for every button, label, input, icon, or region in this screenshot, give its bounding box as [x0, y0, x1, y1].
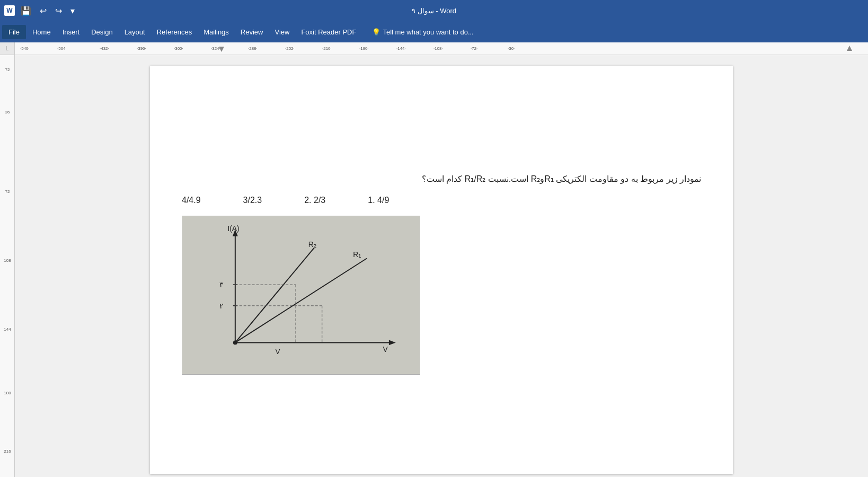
svg-text:·72·: ·72· [471, 46, 477, 51]
title-bar: W 💾 ↩ ↪ ▾ سوال ۹ - Word [0, 0, 868, 21]
menu-item-mailings[interactable]: Mailings [198, 25, 234, 39]
svg-text:V: V [276, 348, 280, 356]
menu-item-home[interactable]: Home [27, 25, 56, 39]
svg-text:216: 216 [4, 449, 11, 454]
svg-text:۳: ۳ [219, 280, 224, 289]
ruler: L ·540· ·504· ·432· ·396· ·360· ·324· ·2… [0, 42, 868, 55]
ruler-main: ·540· ·504· ·432· ·396· ·360· ·324· ·288… [15, 42, 868, 55]
menu-item-foxit[interactable]: Foxit Reader PDF [296, 25, 361, 39]
menu-item-references[interactable]: References [152, 25, 197, 39]
lightbulb-icon: 💡 [372, 28, 380, 36]
undo-button[interactable]: ↩ [37, 5, 49, 17]
svg-text:·432·: ·432· [100, 46, 109, 51]
svg-marker-15 [847, 46, 852, 51]
svg-text:·216·: ·216· [322, 46, 332, 51]
svg-text:·36·: ·36· [508, 46, 515, 51]
svg-text:V: V [383, 345, 388, 354]
menu-bar: File Home Insert Design Layout Reference… [0, 21, 868, 42]
svg-text:·396·: ·396· [137, 46, 146, 51]
vertical-ruler: 72 36 72 108 144 180 216 [0, 55, 15, 477]
option-4: 4/4.9 [182, 196, 201, 205]
svg-text:72: 72 [5, 67, 10, 72]
svg-text:·288·: ·288· [248, 46, 258, 51]
menu-item-file[interactable]: File [2, 25, 26, 39]
svg-text:180: 180 [4, 391, 11, 395]
diagram-container: I(A) V ۳ ۲ [182, 216, 701, 375]
svg-text:·360·: ·360· [174, 46, 183, 51]
save-button[interactable]: 💾 [18, 5, 34, 17]
svg-text:·504·: ·504· [57, 46, 67, 51]
tell-me-text: Tell me what you want to do... [383, 28, 473, 36]
menu-item-view[interactable]: View [269, 25, 295, 39]
menu-item-layout[interactable]: Layout [119, 25, 150, 39]
option-1: 4/9 .1 [368, 196, 389, 205]
option-3: 3/2.3 [243, 196, 262, 205]
svg-text:144: 144 [4, 327, 11, 332]
word-icon: W [4, 5, 15, 16]
svg-text:۲: ۲ [219, 302, 224, 310]
document-title: سوال ۹ - Word [412, 7, 456, 15]
title-bar-left: W 💾 ↩ ↪ ▾ [4, 5, 77, 17]
svg-text:·540·: ·540· [20, 46, 30, 51]
main-area: 72 36 72 108 144 180 216 نمودار زیر مربو… [0, 55, 868, 477]
svg-text:I(A): I(A) [227, 224, 239, 233]
option-2: 2/3 .2 [304, 196, 325, 205]
redo-button[interactable]: ↪ [52, 5, 65, 17]
svg-text:·324·: ·324· [211, 46, 220, 51]
tell-me-input[interactable]: 💡 Tell me what you want to do... [368, 26, 477, 38]
question-label: نمودار زیر مربوط به دو مقاومت الکتریکی R… [422, 174, 701, 183]
svg-text:72: 72 [5, 189, 10, 194]
svg-text:·252·: ·252· [285, 46, 295, 51]
svg-text:·144·: ·144· [396, 46, 406, 51]
menu-item-insert[interactable]: Insert [57, 25, 85, 39]
question-section: نمودار زیر مربوط به دو مقاومت الکتریکی R… [182, 172, 701, 375]
options-row: 4/4.9 3/2.3 2/3 .2 4/9 .1 [182, 196, 701, 205]
page: نمودار زیر مربوط به دو مقاومت الکتریکی R… [150, 66, 733, 474]
document-area[interactable]: نمودار زیر مربوط به دو مقاومت الکتریکی R… [15, 55, 868, 477]
menu-item-review[interactable]: Review [235, 25, 269, 39]
menu-item-design[interactable]: Design [86, 25, 118, 39]
svg-text:·108·: ·108· [433, 46, 443, 51]
question-text: نمودار زیر مربوط به دو مقاومت الکتریکی R… [182, 172, 701, 187]
ruler-left-margin: L [0, 42, 15, 55]
quick-access-dropdown[interactable]: ▾ [68, 5, 77, 17]
svg-text:36: 36 [5, 110, 10, 114]
svg-text:108: 108 [4, 258, 11, 263]
svg-text:·180·: ·180· [359, 46, 369, 51]
svg-text:R₁: R₁ [353, 250, 361, 259]
diagram-image: I(A) V ۳ ۲ [182, 216, 420, 375]
svg-text:R₂: R₂ [308, 240, 317, 248]
